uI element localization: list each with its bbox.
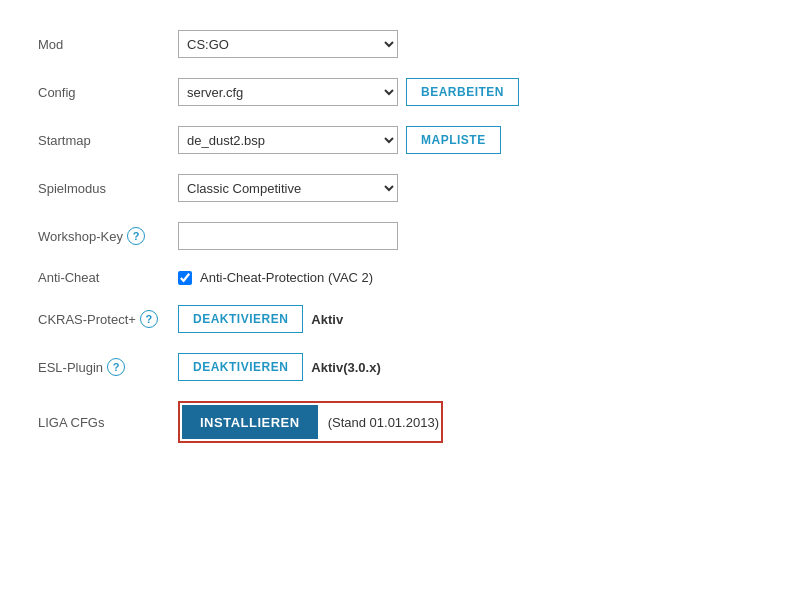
button-esl-plugin[interactable]: DEAKTIVIEREN bbox=[178, 353, 303, 381]
select-spielmodus[interactable]: Classic CompetitiveClassic CasualArms Ra… bbox=[178, 174, 398, 202]
control-anti-cheat: Anti-Cheat-Protection (VAC 2) bbox=[170, 260, 770, 295]
help-icon-ckras-protect[interactable]: ? bbox=[140, 310, 158, 328]
liga-cfgs-wrapper: INSTALLIEREN(Stand 01.01.2013) bbox=[178, 401, 443, 443]
control-workshop-key bbox=[170, 212, 770, 260]
button-startmap[interactable]: MAPLISTE bbox=[406, 126, 501, 154]
control-spielmodus: Classic CompetitiveClassic CasualArms Ra… bbox=[170, 164, 770, 212]
status-ckras-protect: Aktiv bbox=[311, 312, 343, 327]
button-ckras-protect[interactable]: DEAKTIVIEREN bbox=[178, 305, 303, 333]
label-esl-plugin: ESL-Plugin bbox=[38, 360, 103, 375]
help-icon-esl-plugin[interactable]: ? bbox=[107, 358, 125, 376]
control-config: server.cfgBEARBEITEN bbox=[170, 68, 770, 116]
label-startmap: Startmap bbox=[30, 116, 170, 164]
control-mod: CS:GOCS:SCSS bbox=[170, 20, 770, 68]
label-mod: Mod bbox=[30, 20, 170, 68]
checkbox-label-anti-cheat: Anti-Cheat-Protection (VAC 2) bbox=[200, 270, 373, 285]
liga-stand-text: (Stand 01.01.2013) bbox=[318, 415, 439, 430]
select-mod[interactable]: CS:GOCS:SCSS bbox=[178, 30, 398, 58]
label-ckras-protect: CKRAS-Protect+ bbox=[38, 312, 136, 327]
select-startmap[interactable]: de_dust2.bsp bbox=[178, 126, 398, 154]
input-workshop-key[interactable] bbox=[178, 222, 398, 250]
label-workshop-key: Workshop-Key bbox=[38, 229, 123, 244]
select-config[interactable]: server.cfg bbox=[178, 78, 398, 106]
label-anti-cheat: Anti-Cheat bbox=[30, 260, 170, 295]
help-icon-workshop-key[interactable]: ? bbox=[127, 227, 145, 245]
button-liga-cfgs[interactable]: INSTALLIEREN bbox=[182, 405, 318, 439]
status-esl-plugin: Aktiv(3.0.x) bbox=[311, 360, 380, 375]
label-spielmodus: Spielmodus bbox=[30, 164, 170, 212]
control-esl-plugin: DEAKTIVIERENAktiv(3.0.x) bbox=[170, 343, 770, 391]
label-liga-cfgs: LIGA CFGs bbox=[30, 391, 170, 453]
label-config: Config bbox=[30, 68, 170, 116]
control-ckras-protect: DEAKTIVIERENAktiv bbox=[170, 295, 770, 343]
control-startmap: de_dust2.bspMAPLISTE bbox=[170, 116, 770, 164]
settings-form: ModCS:GOCS:SCSSConfigserver.cfgBEARBEITE… bbox=[30, 20, 770, 453]
button-config[interactable]: BEARBEITEN bbox=[406, 78, 519, 106]
control-liga-cfgs: INSTALLIEREN(Stand 01.01.2013) bbox=[170, 391, 770, 453]
checkbox-anti-cheat[interactable] bbox=[178, 271, 192, 285]
